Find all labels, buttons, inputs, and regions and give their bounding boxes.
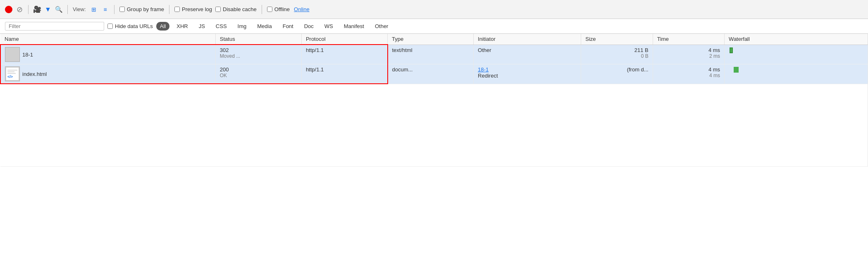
filter-js-button[interactable]: JS	[195, 22, 209, 31]
filter-font-button[interactable]: Font	[279, 22, 297, 31]
header-waterfall[interactable]: Waterfall	[725, 34, 868, 45]
screenshot-button[interactable]: 🎥	[33, 6, 41, 13]
preserve-log-label[interactable]: Preserve log	[174, 6, 212, 12]
waterfall-bar-container-1	[729, 47, 762, 54]
filter-img-button[interactable]: Img	[234, 22, 250, 31]
initiator-link-2[interactable]: 18-1	[478, 66, 577, 73]
filter-button[interactable]: ▼	[44, 6, 52, 13]
size-main-1: 211 B	[585, 47, 648, 53]
cell-time-2: 4 ms 4 ms	[653, 64, 724, 84]
header-protocol[interactable]: Protocol	[301, 34, 387, 45]
toolbar-divider-3	[114, 5, 114, 14]
filename-1: 18-1	[22, 52, 33, 58]
status-code-2: 200	[220, 66, 297, 73]
html-file-svg: </>	[5, 67, 19, 81]
cell-waterfall-2	[725, 64, 868, 84]
group-by-frame-label[interactable]: Group by frame	[119, 6, 164, 12]
network-table: Name Status Protocol Type Initiator Size…	[0, 34, 868, 167]
filter-input[interactable]	[5, 22, 104, 31]
empty-cell	[0, 84, 868, 166]
disable-cache-label[interactable]: Disable cache	[215, 6, 257, 12]
filter-all-button[interactable]: All	[156, 22, 169, 31]
record-button[interactable]	[5, 6, 12, 13]
cell-name-2: </> index.html	[0, 64, 215, 84]
time-main-1: 4 ms	[657, 47, 720, 53]
filter-bar: Hide data URLs All XHR JS CSS Img Media …	[0, 19, 868, 34]
record-icon	[5, 6, 12, 13]
cell-initiator-2: 18-1 Redirect	[474, 64, 581, 84]
table-row[interactable]: </> index.html 200 OK http/1.1 docum... …	[0, 64, 868, 84]
status-text-2: OK	[220, 73, 297, 78]
toolbar-divider-5	[262, 5, 262, 14]
time-sub-1: 2 ms	[657, 53, 720, 59]
search-button[interactable]: 🔍	[55, 6, 62, 13]
cell-type-2: docum...	[388, 64, 474, 84]
group-by-frame-checkbox[interactable]	[119, 7, 125, 12]
size-main-2: (from d...	[585, 66, 648, 73]
hide-data-urls-label[interactable]: Hide data URLs	[107, 23, 153, 29]
filter-css-button[interactable]: CSS	[212, 22, 231, 31]
cell-status-2: 200 OK	[215, 64, 301, 84]
size-sub-1: 0 B	[585, 53, 648, 59]
header-name[interactable]: Name	[0, 34, 215, 45]
status-code-1: 302	[220, 47, 297, 53]
table-row-empty	[0, 84, 868, 166]
time-main-2: 4 ms	[657, 66, 720, 73]
status-text-1: Moved ...	[220, 53, 297, 59]
cell-size-1: 211 B 0 B	[581, 45, 653, 64]
offline-checkbox[interactable]	[267, 7, 272, 12]
cell-protocol-1: http/1.1	[301, 45, 387, 64]
cell-initiator-1: Other	[474, 45, 581, 64]
toolbar-divider-1	[28, 5, 29, 14]
cell-status-1: 302 Moved ...	[215, 45, 301, 64]
filter-doc-button[interactable]: Doc	[300, 22, 317, 31]
filter-xhr-button[interactable]: XHR	[173, 22, 191, 31]
offline-label[interactable]: Offline	[267, 6, 290, 12]
cell-time-1: 4 ms 2 ms	[653, 45, 724, 64]
file-thumb-gray-1	[5, 47, 20, 62]
network-table-container: Name Status Protocol Type Initiator Size…	[0, 34, 868, 167]
header-time[interactable]: Time	[653, 34, 724, 45]
toolbar-divider-4	[169, 5, 169, 14]
filter-ws-button[interactable]: WS	[321, 22, 337, 31]
cell-size-2: (from d...	[581, 64, 653, 84]
toolbar-divider-2	[67, 5, 68, 14]
time-sub-2: 4 ms	[657, 73, 720, 78]
online-label: Online	[294, 6, 310, 12]
cell-name-1: 18-1	[0, 45, 215, 64]
devtools-toolbar: ⊘ 🎥 ▼ 🔍 View: ⊞ ≡ Group by frame Preserv…	[0, 0, 868, 19]
disable-cache-checkbox[interactable]	[215, 7, 221, 12]
header-initiator[interactable]: Initiator	[474, 34, 581, 45]
cell-type-1: text/html	[388, 45, 474, 64]
waterfall-bar-container-2	[729, 66, 762, 73]
view-label: View:	[73, 6, 86, 12]
filter-other-button[interactable]: Other	[371, 22, 392, 31]
filename-2: index.html	[22, 71, 47, 77]
file-thumb-html-2: </>	[5, 66, 20, 81]
table-header-row: Name Status Protocol Type Initiator Size…	[0, 34, 868, 45]
filter-manifest-button[interactable]: Manifest	[340, 22, 368, 31]
filter-media-button[interactable]: Media	[253, 22, 275, 31]
table-row[interactable]: 18-1 302 Moved ... http/1.1 text/html Ot…	[0, 45, 868, 64]
cell-protocol-2: http/1.1	[301, 64, 387, 84]
cell-waterfall-1	[725, 45, 868, 64]
view-list-button[interactable]: ⊞	[89, 5, 98, 14]
initiator-sub-2: Redirect	[478, 73, 577, 79]
header-type[interactable]: Type	[388, 34, 474, 45]
header-status[interactable]: Status	[215, 34, 301, 45]
preserve-log-checkbox[interactable]	[174, 7, 180, 12]
svg-text:</>: </>	[7, 75, 13, 79]
header-size[interactable]: Size	[581, 34, 653, 45]
view-details-button[interactable]: ≡	[102, 5, 109, 14]
waterfall-bar-1	[730, 47, 733, 53]
stop-button[interactable]: ⊘	[16, 6, 23, 13]
waterfall-bar-2	[734, 67, 739, 73]
hide-data-urls-checkbox[interactable]	[107, 24, 113, 29]
